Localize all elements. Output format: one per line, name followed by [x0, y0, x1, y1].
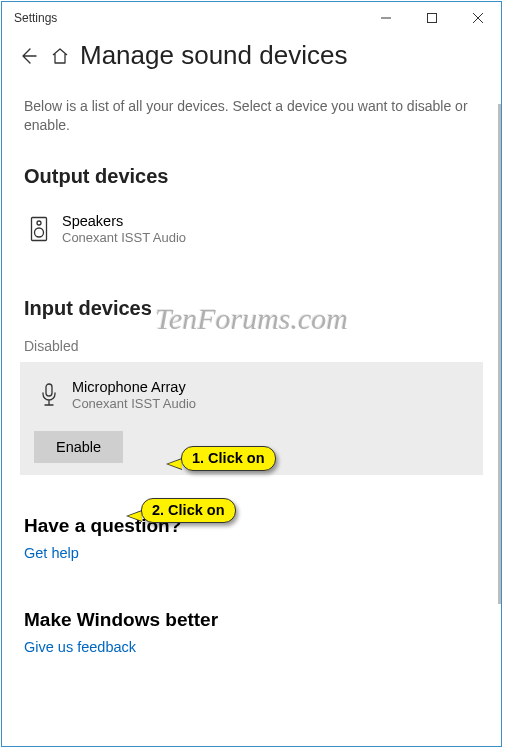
close-button[interactable] [455, 2, 501, 34]
window-controls [363, 2, 501, 34]
callout-1-tail-fill [168, 459, 182, 469]
maximize-button[interactable] [409, 2, 455, 34]
input-device-microphone[interactable]: Microphone Array Conexant ISST Audio [30, 372, 473, 417]
scrollbar[interactable] [498, 104, 501, 604]
device-text: Speakers Conexant ISST Audio [62, 212, 186, 245]
get-help-link[interactable]: Get help [24, 545, 479, 561]
page-description: Below is a list of all your devices. Sel… [24, 97, 479, 135]
annotation-callout-1: 1. Click on [181, 446, 276, 471]
enable-button[interactable]: Enable [34, 431, 123, 463]
minimize-button[interactable] [363, 2, 409, 34]
output-devices-heading: Output devices [24, 165, 479, 188]
device-sub: Conexant ISST Audio [62, 230, 186, 245]
give-feedback-link[interactable]: Give us feedback [24, 639, 479, 655]
home-icon [48, 46, 72, 66]
microphone-icon [34, 382, 64, 408]
content-area: Below is a list of all your devices. Sel… [2, 97, 501, 750]
svg-rect-4 [46, 384, 52, 396]
settings-window: Settings Manage sound devices Below is a… [1, 1, 502, 747]
titlebar[interactable]: Settings [2, 2, 501, 34]
svg-point-2 [37, 221, 41, 225]
device-name: Microphone Array [72, 378, 196, 396]
page-header: Manage sound devices [2, 34, 501, 83]
device-text: Microphone Array Conexant ISST Audio [72, 378, 196, 411]
svg-rect-0 [428, 14, 437, 23]
speaker-icon [24, 216, 54, 242]
make-windows-better-heading: Make Windows better [24, 609, 479, 631]
device-sub: Conexant ISST Audio [72, 396, 196, 411]
svg-point-3 [35, 228, 44, 237]
have-a-question-heading: Have a question? [24, 515, 479, 537]
disabled-label: Disabled [24, 338, 479, 354]
back-button[interactable] [16, 44, 40, 68]
device-name: Speakers [62, 212, 186, 230]
window-title: Settings [2, 11, 363, 25]
output-device-speakers[interactable]: Speakers Conexant ISST Audio [24, 206, 479, 251]
input-devices-heading: Input devices [24, 297, 479, 320]
callout-2-tail-fill [128, 511, 142, 521]
page-title: Manage sound devices [80, 40, 347, 71]
annotation-callout-2: 2. Click on [141, 498, 236, 523]
